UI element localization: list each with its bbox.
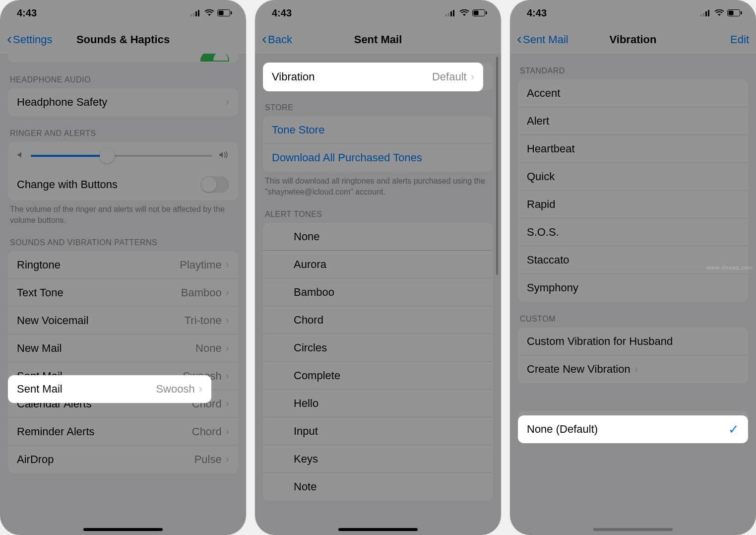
- svg-rect-3: [198, 10, 199, 16]
- row-label: Quick: [527, 170, 555, 183]
- slider-track[interactable]: [31, 155, 212, 157]
- status-bar: 4:43: [255, 0, 501, 26]
- row-label: Complete: [294, 369, 340, 382]
- back-label: Back: [268, 33, 292, 46]
- svg-rect-6: [231, 11, 232, 14]
- row-tone[interactable]: Complete: [263, 362, 493, 390]
- row-label: Circles: [294, 341, 327, 354]
- row-label: Symphony: [527, 281, 578, 294]
- slider-thumb[interactable]: [100, 148, 115, 163]
- row-new-mail[interactable]: New MailNone›: [8, 334, 238, 362]
- previous-row-partial: [8, 54, 238, 63]
- battery-icon: [217, 9, 232, 16]
- cellular-icon: [190, 9, 201, 16]
- row-value: Bamboo: [181, 286, 222, 299]
- row-label: Vibration: [272, 70, 315, 83]
- row-vibration-option[interactable]: Heartbeat: [518, 135, 748, 163]
- home-indicator[interactable]: [338, 528, 418, 531]
- row-label: None (Default): [527, 423, 598, 436]
- group-alert-tones: None Aurora Bamboo Chord Circles Complet…: [263, 223, 493, 501]
- row-headphone-safety[interactable]: Headphone Safety ›: [8, 88, 238, 116]
- phone-sent-mail: 4:43 ‹ Back Sent Mail Vibration Default …: [255, 0, 501, 535]
- checkmark-icon: ✓: [728, 422, 739, 437]
- group-custom: Custom Vibration for Husband Create New …: [518, 328, 748, 383]
- highlight-sent-mail[interactable]: Sent Mail Swoosh›: [8, 375, 211, 403]
- svg-rect-13: [486, 11, 487, 14]
- svg-rect-20: [741, 11, 742, 14]
- row-airdrop[interactable]: AirDropPulse›: [8, 446, 238, 473]
- row-download-all[interactable]: Download All Purchased Tones: [263, 144, 493, 172]
- row-vibration-option[interactable]: S.O.S.: [518, 218, 748, 246]
- row-label: Download All Purchased Tones: [272, 151, 422, 164]
- row-tone[interactable]: Hello: [263, 390, 493, 417]
- row-tone[interactable]: Chord: [263, 306, 493, 334]
- row-new-voicemail[interactable]: New VoicemailTri-tone›: [8, 307, 238, 334]
- row-text-tone[interactable]: Text ToneBamboo›: [8, 279, 238, 307]
- row-label: Reminder Alerts: [17, 425, 95, 438]
- wifi-icon: [204, 9, 214, 16]
- back-label: Settings: [13, 33, 53, 46]
- row-ringtone[interactable]: RingtonePlaytime›: [8, 251, 238, 279]
- scroll-indicator[interactable]: [496, 57, 498, 275]
- row-label: Ringtone: [17, 259, 61, 271]
- store-footer: This will download all ringtones and ale…: [255, 172, 501, 197]
- status-icons: [700, 9, 742, 16]
- phone-sounds-haptics: 4:43 ‹ Settings Sounds & Haptics: [0, 0, 246, 535]
- row-label: None: [294, 230, 320, 243]
- ringer-volume-slider[interactable]: [8, 142, 238, 169]
- home-indicator[interactable]: [593, 528, 673, 531]
- row-tone[interactable]: Keys: [263, 445, 493, 473]
- nav-bar: ‹ Settings Sounds & Haptics: [0, 26, 246, 54]
- row-value: Swoosh: [156, 383, 194, 396]
- nav-bar: ‹ Back Sent Mail: [255, 26, 501, 54]
- row-create-new-vibration[interactable]: Create New Vibration›: [518, 355, 748, 383]
- row-label: Heartbeat: [527, 142, 575, 155]
- row-label: Keys: [294, 453, 318, 466]
- back-label: Sent Mail: [523, 33, 568, 46]
- row-vibration-option[interactable]: Accent: [518, 79, 748, 107]
- section-store: STORE: [255, 90, 501, 116]
- row-tone[interactable]: Bamboo: [263, 278, 493, 306]
- row-tone[interactable]: Aurora: [263, 251, 493, 278]
- edit-button[interactable]: Edit: [730, 33, 749, 46]
- row-tone[interactable]: Note: [263, 473, 493, 501]
- home-indicator[interactable]: [83, 528, 163, 531]
- row-label: Custom Vibration for Husband: [527, 335, 673, 348]
- section-patterns: SOUNDS AND VIBRATION PATTERNS: [0, 225, 246, 251]
- row-vibration-option[interactable]: Alert: [518, 107, 748, 135]
- svg-rect-7: [445, 14, 447, 16]
- back-button[interactable]: ‹ Settings: [7, 33, 53, 46]
- status-time: 4:43: [527, 7, 547, 19]
- row-tone-none[interactable]: None: [263, 223, 493, 251]
- row-change-with-buttons[interactable]: Change with Buttons: [8, 169, 238, 200]
- group-store: Tone Store Download All Purchased Tones: [263, 116, 493, 172]
- row-vibration-option[interactable]: Quick: [518, 163, 748, 191]
- status-time: 4:43: [272, 7, 292, 19]
- row-reminder-alerts[interactable]: Reminder AlertsChord›: [8, 418, 238, 446]
- svg-rect-17: [708, 10, 709, 16]
- battery-icon: [472, 9, 487, 16]
- row-label: Tone Store: [272, 124, 324, 136]
- chevron-right-icon: ›: [471, 70, 474, 83]
- row-label: Input: [294, 425, 318, 438]
- row-label: Alert: [527, 115, 549, 128]
- back-button[interactable]: ‹ Back: [262, 33, 292, 46]
- chevron-right-icon: ›: [226, 370, 229, 383]
- back-button[interactable]: ‹ Sent Mail: [517, 33, 568, 46]
- row-label: Chord: [294, 314, 323, 327]
- row-value: Default: [432, 70, 467, 83]
- highlight-none-default[interactable]: None (Default) ✓: [518, 415, 748, 443]
- row-tone-store[interactable]: Tone Store: [263, 116, 493, 144]
- row-tone[interactable]: Circles: [263, 334, 493, 362]
- section-ringer: RINGER AND ALERTS: [0, 116, 246, 142]
- highlight-vibration[interactable]: Vibration Default›: [263, 63, 483, 91]
- row-vibration-option[interactable]: Symphony: [518, 274, 748, 302]
- row-vibration-option[interactable]: Rapid: [518, 191, 748, 218]
- row-label: Bamboo: [294, 286, 334, 299]
- row-label: Hello: [294, 397, 318, 410]
- row-label: S.O.S.: [527, 226, 559, 239]
- row-tone[interactable]: Input: [263, 417, 493, 445]
- toggle-change-with-buttons[interactable]: [200, 176, 229, 193]
- status-bar: 4:43: [510, 0, 756, 26]
- row-custom-vibration[interactable]: Custom Vibration for Husband: [518, 328, 748, 355]
